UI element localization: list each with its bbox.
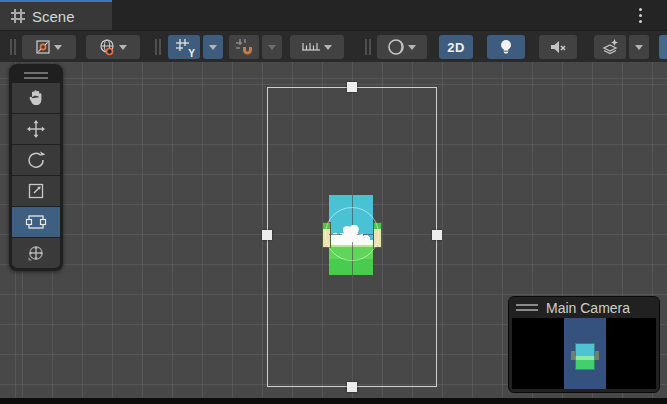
hand-icon: [26, 88, 46, 108]
toolbar-drag-handle[interactable]: [10, 39, 17, 55]
toolbar-separator: [155, 39, 162, 55]
camera-preview-drag-handle[interactable]: [516, 304, 538, 311]
grid-axis-label: Y: [188, 48, 195, 59]
transform-icon: [26, 243, 46, 263]
effects-dropdown[interactable]: [629, 35, 649, 59]
camera-preview-image: [512, 318, 656, 389]
camera-view-pipe-left: [571, 351, 575, 360]
draw-mode-button[interactable]: [377, 35, 427, 59]
mode-2d-button[interactable]: 2D: [439, 35, 473, 59]
tool-move-button[interactable]: [12, 114, 60, 144]
shaded-sphere-icon: [386, 37, 406, 57]
kebab-menu-icon[interactable]: [633, 5, 647, 25]
tab-scene[interactable]: Scene: [0, 0, 112, 30]
magnet-grid-icon: [235, 38, 254, 57]
camera-preview-title: Main Camera: [546, 300, 630, 316]
effects-layers-icon: [600, 38, 620, 57]
chevron-down-icon: [119, 45, 127, 50]
chevron-down-icon: [209, 45, 217, 50]
light-bulb-icon: [498, 38, 514, 56]
tab-bar: Scene: [0, 0, 667, 30]
tool-view-button[interactable]: [12, 83, 60, 113]
window-bottom-edge: [0, 398, 667, 404]
grid-hash-icon: [11, 9, 25, 23]
rect-handle-right[interactable]: [432, 230, 442, 240]
snap-grid-button[interactable]: [229, 35, 259, 59]
tools-overlay: [9, 64, 63, 271]
camera-preview-panel: Main Camera: [508, 296, 660, 393]
rotate-circle-icon: [26, 150, 46, 170]
tool-handle-position-button[interactable]: [22, 35, 76, 59]
scene-toolbar: Y: [0, 30, 667, 62]
camera-view-area: [564, 318, 606, 389]
tools-overlay-drag-handle[interactable]: [12, 68, 60, 82]
tab-label: Scene: [32, 8, 75, 25]
mode-2d-label: 2D: [447, 40, 465, 55]
speaker-mute-icon: [548, 38, 568, 56]
scale-icon: [26, 181, 46, 201]
rect-handle-top[interactable]: [347, 82, 357, 92]
tool-handle-rotation-button[interactable]: [86, 35, 140, 59]
camera-preview-header: Main Camera: [509, 297, 659, 318]
chevron-down-icon: [54, 45, 62, 50]
rect-tool-icon: [25, 212, 47, 232]
tool-scale-button[interactable]: [12, 176, 60, 206]
rect-handle-bottom[interactable]: [347, 382, 357, 392]
camera-gizmo-icon[interactable]: [339, 225, 365, 245]
globe-icon: [98, 38, 117, 57]
snap-grid-dropdown[interactable]: [262, 35, 282, 59]
toolbar-separator: [365, 39, 372, 55]
ruler-icon: [300, 39, 322, 55]
effects-button[interactable]: [594, 35, 626, 59]
scene-lighting-button[interactable]: [487, 35, 525, 59]
move-arrows-icon: [26, 119, 46, 139]
tool-transform-button[interactable]: [12, 238, 60, 268]
tool-rotate-button[interactable]: [12, 145, 60, 175]
chevron-down-icon: [324, 45, 332, 50]
pivot-icon: [34, 38, 52, 56]
audio-mute-button[interactable]: [539, 35, 577, 59]
chevron-down-icon: [268, 45, 276, 50]
tool-rect-button[interactable]: [12, 207, 60, 237]
rect-handle-left[interactable]: [262, 230, 272, 240]
increment-snap-button[interactable]: [290, 35, 344, 59]
camera-view-pipe-right: [595, 351, 599, 360]
grid-visibility-button[interactable]: Y: [168, 35, 200, 59]
grid-axis-icon: Y: [175, 38, 193, 56]
unity-scene-view-window: Scene: [0, 0, 667, 404]
grid-visibility-dropdown[interactable]: [203, 35, 223, 59]
toolbar-overflow-button[interactable]: [659, 35, 667, 59]
camera-view-sprite: [575, 343, 595, 370]
chevron-down-icon: [408, 45, 416, 50]
chevron-down-icon: [635, 45, 643, 50]
